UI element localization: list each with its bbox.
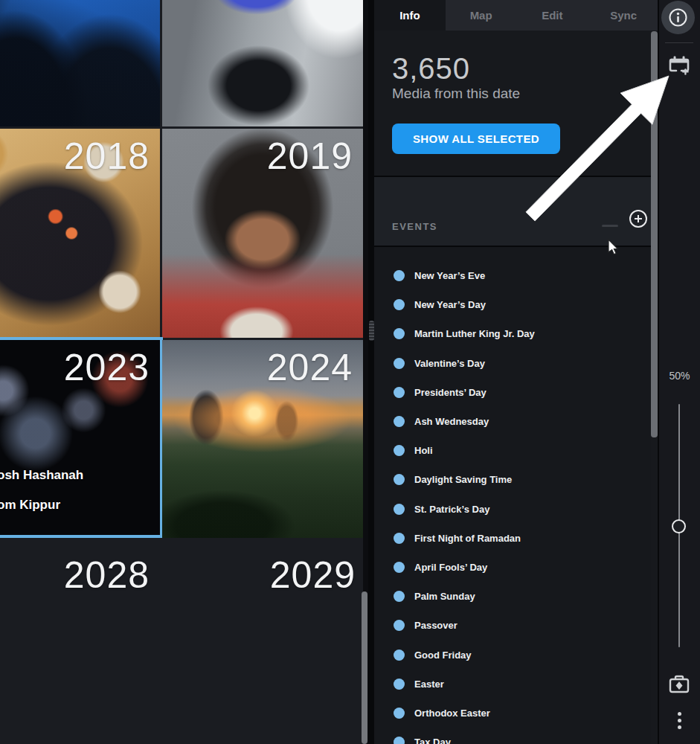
event-item[interactable]: New Year’s Eve	[374, 261, 651, 290]
event-item[interactable]: Tax Day	[374, 728, 651, 744]
year-tile-2024[interactable]: 2024	[162, 340, 363, 538]
event-item[interactable]: Holi	[374, 436, 651, 465]
kebab-menu-icon[interactable]	[659, 712, 700, 729]
event-dot-icon	[394, 474, 405, 485]
event-item[interactable]: Presidents’ Day	[374, 378, 651, 407]
event-item[interactable]: Daylight Saving Time	[374, 465, 651, 494]
event-item[interactable]: Valentine’s Day	[374, 349, 651, 378]
divider	[665, 42, 693, 43]
event-dot-icon	[394, 299, 405, 310]
year-label: 2023	[64, 349, 150, 386]
year-label: 2019	[267, 138, 353, 175]
event-dot-icon	[394, 445, 405, 456]
event-dot-icon	[394, 504, 405, 515]
event-item[interactable]: Orthodox Easter	[374, 699, 651, 728]
year-label: 2029	[270, 557, 356, 594]
media-caption: Media from this date	[392, 86, 520, 102]
event-dot-icon	[394, 562, 405, 573]
year-tile-concert[interactable]	[0, 0, 160, 126]
tab-info[interactable]: Info	[374, 0, 446, 31]
event-overlay-yom-kippur: om Kippur	[0, 498, 60, 513]
year-label: 2024	[267, 349, 353, 386]
event-item[interactable]: New Year’s Day	[374, 290, 651, 319]
events-header-label: EVENTS	[392, 221, 437, 232]
year-grid: 2018 2019 2023 osh Hashanah om Kippur 20…	[0, 0, 368, 744]
event-dot-icon	[394, 270, 405, 281]
event-item[interactable]: Palm Sunday	[374, 582, 651, 611]
year-tile-2018[interactable]: 2018	[0, 129, 160, 338]
panel-splitter-handle[interactable]	[369, 321, 374, 341]
tab-sync[interactable]: Sync	[588, 0, 659, 31]
events-list: New Year’s Eve New Year’s Day Martin Lut…	[374, 247, 651, 744]
event-dot-icon	[394, 533, 405, 544]
year-tile-2019[interactable]: 2019	[162, 129, 363, 338]
event-dot-icon	[394, 737, 405, 744]
year-tile-2029[interactable]: 2029	[162, 540, 363, 744]
event-dot-icon	[394, 387, 405, 398]
events-section-header: EVENTS	[374, 177, 659, 246]
event-item[interactable]: Ash Wednesday	[374, 407, 651, 436]
import-box-icon[interactable]	[667, 673, 691, 696]
event-item[interactable]: Martin Luther King Jr. Day	[374, 319, 651, 348]
year-tile-ski[interactable]	[162, 0, 363, 126]
event-overlay-rosh-hashanah: osh Hashanah	[0, 468, 83, 483]
year-label: 2028	[64, 557, 150, 594]
media-count: 3,650	[392, 54, 470, 83]
event-item[interactable]: First Night of Ramadan	[374, 524, 651, 553]
year-tile-2028[interactable]: 2028	[0, 540, 160, 744]
event-dot-icon	[394, 620, 405, 631]
collapse-dash-icon	[602, 225, 618, 227]
right-toolbar: 50%	[659, 0, 700, 744]
event-dot-icon	[394, 416, 405, 427]
media-summary: 3,650 Media from this date SHOW ALL SELE…	[374, 31, 659, 176]
panel-scrollbar-thumb[interactable]	[651, 31, 658, 437]
show-all-selected-button[interactable]: SHOW ALL SELECTED	[392, 124, 560, 154]
event-item[interactable]: April Fools’ Day	[374, 553, 651, 582]
event-dot-icon	[394, 650, 405, 661]
tab-map[interactable]: Map	[446, 0, 517, 31]
panel-tabbar: Info Map Edit Sync	[374, 0, 659, 31]
event-item[interactable]: St. Patrick’s Day	[374, 495, 651, 524]
event-dot-icon	[394, 591, 405, 602]
info-panel: Info Map Edit Sync 3,650 Media from this…	[374, 0, 659, 744]
event-item[interactable]: Good Friday	[374, 640, 651, 669]
add-event-button plus-circle-icon[interactable]	[629, 210, 647, 228]
calendar-add-icon[interactable]	[667, 54, 691, 77]
event-dot-icon	[394, 679, 405, 690]
zoom-level-label: 50%	[659, 370, 700, 382]
year-tile-2023-selected[interactable]: 2023 osh Hashanah om Kippur	[0, 337, 163, 538]
event-dot-icon	[394, 708, 405, 719]
grid-scrollbar-thumb[interactable]	[362, 591, 367, 744]
zoom-slider-handle[interactable]	[672, 519, 686, 533]
event-item[interactable]: Passover	[374, 611, 651, 640]
event-dot-icon	[394, 358, 405, 369]
event-item[interactable]: Easter	[374, 670, 651, 699]
year-label: 2018	[64, 138, 150, 175]
info-icon[interactable]	[661, 1, 695, 34]
event-dot-icon	[394, 328, 405, 339]
tab-edit[interactable]: Edit	[517, 0, 588, 31]
